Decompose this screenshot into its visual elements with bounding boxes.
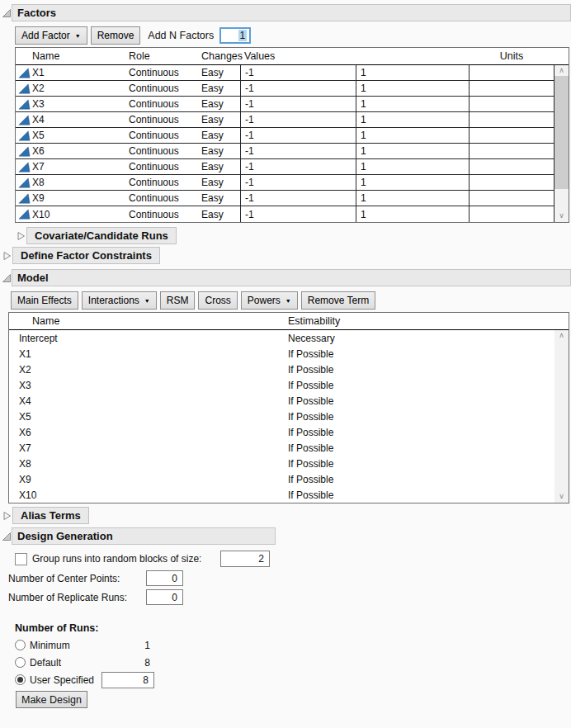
radio-button[interactable] — [15, 657, 26, 668]
model-table-scrollbar[interactable]: ∧ ∨ — [554, 330, 569, 503]
disclosure-open-icon[interactable] — [1, 273, 12, 283]
factor-units-cell[interactable] — [469, 159, 554, 174]
factor-low-value-cell[interactable]: -1 — [240, 97, 356, 111]
model-term-row[interactable]: X3 If Possible — [9, 377, 569, 393]
factor-high-value-cell[interactable]: 1 — [356, 112, 469, 127]
add-factor-button[interactable]: Add Factor ▼ — [15, 26, 87, 45]
model-term-row[interactable]: X7 If Possible — [9, 440, 569, 456]
disclosure-open-icon[interactable] — [1, 532, 12, 541]
factor-changes-cell[interactable]: Easy — [196, 65, 240, 80]
factor-units-cell[interactable] — [469, 144, 554, 158]
factor-high-value-cell[interactable]: 1 — [356, 144, 469, 158]
factor-role-cell[interactable]: Continuous — [123, 65, 196, 80]
factor-role-cell[interactable]: Continuous — [123, 206, 196, 222]
factor-name-cell[interactable]: X1 — [16, 65, 123, 80]
factor-name-cell[interactable]: X9 — [16, 191, 123, 206]
factor-role-cell[interactable]: Continuous — [123, 159, 196, 174]
factor-changes-cell[interactable]: Easy — [196, 175, 240, 190]
term-estimability[interactable]: If Possible — [278, 380, 333, 391]
factor-high-value-cell[interactable]: 1 — [356, 81, 469, 96]
model-toolbar-button[interactable]: Remove Term — [301, 291, 375, 310]
factor-row[interactable]: X1 Continuous Easy -1 1 — [16, 65, 554, 81]
factor-high-value-cell[interactable]: 1 — [356, 206, 469, 222]
group-blocks-checkbox[interactable] — [15, 553, 27, 565]
factor-low-value-cell[interactable]: -1 — [240, 128, 356, 143]
term-estimability[interactable]: If Possible — [278, 427, 333, 438]
factor-row[interactable]: X10 Continuous Easy -1 1 — [16, 206, 554, 222]
factor-role-cell[interactable]: Continuous — [123, 144, 196, 158]
model-term-row[interactable]: X5 If Possible — [9, 409, 569, 424]
model-toolbar-button[interactable]: Main Effects — [11, 291, 78, 310]
model-term-row[interactable]: Intercept Necessary — [9, 330, 569, 346]
factor-changes-cell[interactable]: Easy — [196, 128, 240, 143]
design-generation-section-header[interactable]: Design Generation — [0, 527, 571, 545]
factor-high-value-cell[interactable]: 1 — [356, 175, 469, 190]
model-section-header[interactable]: Model — [0, 269, 571, 286]
factor-units-cell[interactable] — [469, 81, 554, 96]
term-estimability[interactable]: If Possible — [278, 364, 333, 376]
factor-units-cell[interactable] — [469, 97, 554, 111]
model-term-row[interactable]: X2 If Possible — [9, 362, 569, 377]
factor-row[interactable]: X7 Continuous Easy -1 1 — [16, 159, 554, 175]
factor-name-cell[interactable]: X5 — [16, 128, 123, 143]
factor-low-value-cell[interactable]: -1 — [240, 159, 356, 174]
factor-role-cell[interactable]: Continuous — [123, 128, 196, 143]
model-term-row[interactable]: X9 If Possible — [9, 471, 569, 487]
term-estimability[interactable]: If Possible — [278, 458, 333, 470]
factor-low-value-cell[interactable]: -1 — [240, 206, 356, 222]
factor-low-value-cell[interactable]: -1 — [240, 144, 356, 158]
disclosure-closed-icon[interactable] — [2, 511, 12, 521]
factor-row[interactable]: X3 Continuous Easy -1 1 — [16, 97, 554, 112]
factor-high-value-cell[interactable]: 1 — [356, 97, 469, 111]
factor-changes-cell[interactable]: Easy — [196, 159, 240, 174]
covariate-candidate-runs-header[interactable]: Covariate/Candidate Runs — [15, 227, 571, 244]
factor-row[interactable]: X4 Continuous Easy -1 1 — [16, 112, 554, 128]
factor-units-cell[interactable] — [469, 128, 554, 143]
add-n-factors-input[interactable]: 1 — [219, 27, 251, 44]
model-toolbar-button[interactable]: Interactions ▼ — [82, 291, 157, 310]
factor-row[interactable]: X5 Continuous Easy -1 1 — [16, 128, 554, 144]
factor-role-cell[interactable]: Continuous — [123, 191, 196, 206]
factors-table-scrollbar[interactable]: ∧ ∨ — [554, 65, 569, 222]
factor-changes-cell[interactable]: Easy — [196, 97, 240, 111]
model-term-row[interactable]: X8 If Possible — [9, 456, 569, 471]
factor-changes-cell[interactable]: Easy — [196, 191, 240, 206]
term-estimability[interactable]: If Possible — [278, 395, 333, 407]
term-estimability[interactable]: Necessary — [278, 333, 335, 344]
factor-units-cell[interactable] — [469, 206, 554, 222]
disclosure-closed-icon[interactable] — [16, 231, 26, 241]
factor-low-value-cell[interactable]: -1 — [240, 81, 356, 96]
factor-units-cell[interactable] — [469, 175, 554, 190]
factor-changes-cell[interactable]: Easy — [196, 144, 240, 158]
scroll-up-icon[interactable]: ∧ — [554, 330, 569, 341]
factor-high-value-cell[interactable]: 1 — [356, 128, 469, 143]
center-points-input[interactable]: 0 — [146, 570, 183, 586]
factor-changes-cell[interactable]: Easy — [196, 206, 240, 222]
remove-button[interactable]: Remove — [91, 26, 141, 45]
scroll-down-icon[interactable]: ∨ — [554, 491, 569, 502]
alias-terms-header[interactable]: Alias Terms — [1, 507, 571, 524]
model-toolbar-button[interactable]: RSM — [160, 291, 196, 310]
factor-row[interactable]: X6 Continuous Easy -1 1 — [16, 144, 554, 159]
factor-role-cell[interactable]: Continuous — [123, 81, 196, 96]
group-blocks-size-input[interactable]: 2 — [220, 551, 270, 567]
factor-changes-cell[interactable]: Easy — [196, 81, 240, 96]
factor-units-cell[interactable] — [469, 112, 554, 127]
factor-low-value-cell[interactable]: -1 — [240, 112, 356, 127]
model-term-row[interactable]: X1 If Possible — [9, 346, 569, 362]
disclosure-closed-icon[interactable] — [2, 251, 12, 261]
factor-row[interactable]: X9 Continuous Easy -1 1 — [16, 191, 554, 206]
factor-low-value-cell[interactable]: -1 — [240, 191, 356, 206]
replicate-runs-input[interactable]: 0 — [146, 589, 183, 605]
model-toolbar-button[interactable]: Powers ▼ — [241, 291, 298, 310]
scrollbar-thumb[interactable] — [554, 76, 569, 189]
model-toolbar-button[interactable]: Cross — [198, 291, 237, 310]
term-estimability[interactable]: If Possible — [278, 474, 333, 485]
factor-high-value-cell[interactable]: 1 — [356, 159, 469, 174]
factor-units-cell[interactable] — [469, 65, 554, 80]
factor-row[interactable]: X2 Continuous Easy -1 1 — [16, 81, 554, 97]
factor-low-value-cell[interactable]: -1 — [240, 65, 356, 80]
factor-name-cell[interactable]: X3 — [16, 97, 123, 111]
factor-name-cell[interactable]: X10 — [16, 206, 123, 222]
factor-name-cell[interactable]: X6 — [16, 144, 123, 158]
